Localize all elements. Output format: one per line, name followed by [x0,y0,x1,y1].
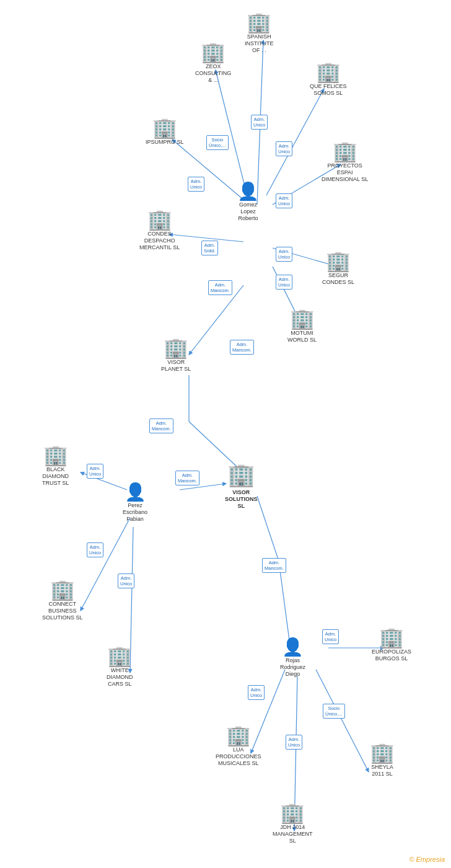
node-rojas: 👤 Rojas Rodriguez Diego [280,639,305,677]
badge-adm-unico-2[interactable]: Adm.Unico [276,141,292,156]
building-icon: 🏢 [201,42,226,62]
building-icon: 🏢 [152,118,177,138]
building-icon: 🏢 [147,210,172,229]
node-label: SPANISH INSTITUTE OF . . [245,33,274,53]
svg-line-16 [279,561,290,645]
building-icon: 🏢 [247,12,271,32]
person-icon: 👤 [237,183,259,200]
node-label: Gomez Lopez Roberto [238,202,258,221]
node-label: EUROPOLIZAS BURGOS SL [372,649,411,662]
badge-adm-mancom-3[interactable]: Adm.Mancom. [149,418,173,433]
svg-line-1 [216,70,248,198]
watermark: © Empresia [409,856,445,863]
badge-adm-unico-7[interactable]: Adm.Unico [87,464,103,479]
badge-adm-mancom-2[interactable]: Adm.Mancom. [230,340,254,355]
badge-adm-unico-10[interactable]: Adm.Unico [322,629,339,644]
building-icon: 🏢 [326,251,351,271]
building-icon: 🏢 [43,445,68,465]
node-label: ZEOX CONSULTING & ... [195,63,231,83]
node-condes-despacho: 🏢 CONDES DESPACHO MERCANTIL SL [139,210,180,250]
node-label: PROYECTOS ESPAI DIMENSIONAL SL [322,162,368,182]
badge-adm-mancom-4[interactable]: Adm.Mancom. [175,471,199,485]
building-icon: 🏢 [50,580,75,600]
building-icon: 🏢 [107,646,132,666]
badge-adm-unico-8[interactable]: Adm.Unico [87,542,103,557]
node-label: QUE FELICES SOMOS SL [310,83,347,97]
svg-line-13 [81,518,130,611]
node-lua: 🏢 LUA PRODUCCIONES MUSICALES SL [216,725,261,766]
building-icon: 🏢 [333,141,357,161]
svg-line-15 [257,496,279,561]
badge-adm-mancom-1[interactable]: Adm.Mancom. [208,280,232,295]
node-visor-solutions: 🏢 VISOR SOLUTIONS SL [225,462,258,509]
node-label: JDH 2014 MANAGEMENT SL [273,824,313,844]
badge-adm-solid[interactable]: Adm.Solid. [201,241,218,255]
node-segur: 🏢 SEGUR CONDES SL [322,251,354,286]
node-label: CONDES DESPACHO MERCANTIL SL [139,231,180,250]
node-label: LUA PRODUCCIONES MUSICALES SL [216,746,261,766]
badge-adm-unico-11[interactable]: Adm.Unico [248,685,265,700]
building-icon: 🏢 [164,338,188,358]
node-sheyla: 🏢 SHEYLA 2011 SL [370,743,395,777]
person-icon: 👤 [282,639,304,656]
node-spanish: 🏢 SPANISH INSTITUTE OF . . [245,12,274,53]
person-icon: 👤 [125,484,146,501]
node-label: VISOR PLANET SL [161,359,191,373]
node-jdh: 🏢 JDH 2014 MANAGEMENT SL [273,803,313,844]
building-icon: 🏢 [316,62,341,82]
node-connect: 🏢 CONNECT BUSINESS SOLUTIONS SL [42,580,83,621]
node-proyectos: 🏢 PROYECTOS ESPAI DIMENSIONAL SL [322,141,368,182]
node-label: Perez Escribano Fabian [123,502,147,522]
svg-line-2 [266,89,324,195]
diagram: 🏢 SPANISH INSTITUTE OF . . 🏢 ZEOX CONSUL… [0,0,451,868]
node-ipsumpro: 🏢 IPSUMPRO SL [146,118,184,146]
building-icon: 🏢 [280,803,305,823]
node-label: SHEYLA 2011 SL [371,764,393,777]
badge-socio-unico-1[interactable]: SocioÚnico,... [206,135,229,150]
badge-socio-unico-2[interactable]: SocioÚnico,... [323,704,345,719]
badge-adm-unico-1[interactable]: Adm.Unico [251,115,268,130]
building-icon-red: 🏢 [227,462,255,488]
badge-adm-mancom-5[interactable]: Adm.Mancom. [262,558,286,573]
node-black-diamond: 🏢 BLACK DIAMOND TRUST SL [42,445,69,486]
node-label: SEGUR CONDES SL [322,272,354,286]
node-motumi: 🏢 MOTUMI WORLD SL [287,309,317,343]
node-label: WHITE DIAMOND CARS SL [107,667,133,687]
node-visor-planet: 🏢 VISOR PLANET SL [161,338,191,373]
node-label: IPSUMPRO SL [146,139,184,146]
node-label: VISOR SOLUTIONS SL [225,489,258,509]
node-label: CONNECT BUSINESS SOLUTIONS SL [42,601,83,621]
building-icon: 🏢 [379,627,404,647]
badge-adm-unico-3[interactable]: Adm.Unico [188,177,204,192]
node-label: BLACK DIAMOND TRUST SL [42,466,69,486]
badge-adm-unico-9[interactable]: Adm.Unico [118,574,134,588]
node-que-felices: 🏢 QUE FELICES SOMOS SL [310,62,347,97]
building-icon: 🏢 [290,309,315,329]
node-zeox: 🏢 ZEOX CONSULTING & ... [195,42,231,83]
building-icon: 🏢 [370,743,395,763]
badge-adm-unico-5[interactable]: Adm.Unico [276,247,292,262]
node-perez: 👤 Perez Escribano Fabian [123,484,147,522]
node-gomez: 👤 Gomez Lopez Roberto [237,183,259,221]
badge-adm-unico-6[interactable]: Adm.Unico [276,275,292,290]
node-label: Rojas Rodriguez Diego [280,657,305,677]
node-label: MOTUMI WORLD SL [287,330,317,343]
badge-adm-unico-12[interactable]: Adm.Unico [286,735,302,750]
node-europolizas: 🏢 EUROPOLIZAS BURGOS SL [372,627,411,662]
svg-line-19 [316,670,369,772]
node-white-diamond: 🏢 WHITE DIAMOND CARS SL [107,646,133,687]
badge-adm-unico-4[interactable]: Adm.Unico [276,193,292,208]
building-icon: 🏢 [226,725,251,745]
